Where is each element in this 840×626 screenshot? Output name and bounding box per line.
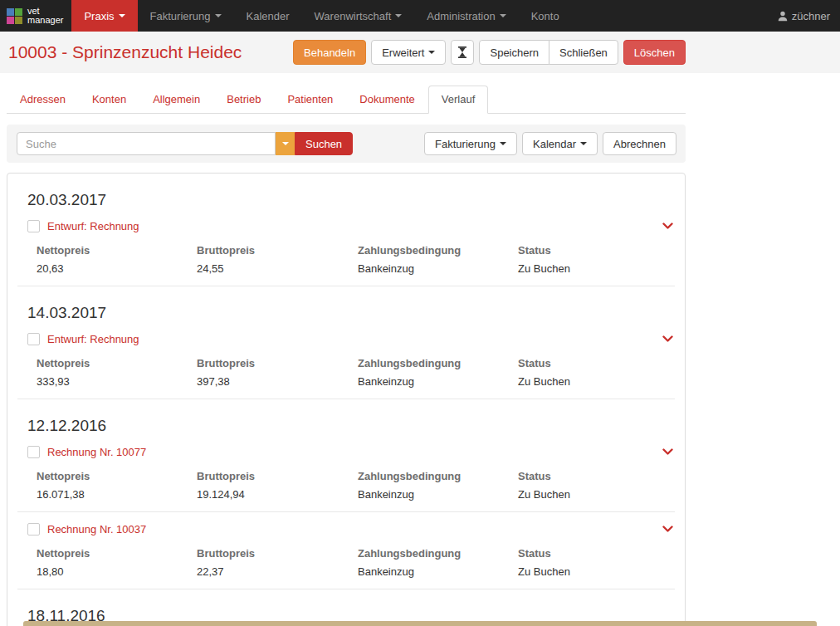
entry-expand-button[interactable] <box>662 335 673 343</box>
entry-expand-button[interactable] <box>662 448 673 456</box>
zahlung-label: Zahlungsbedingung <box>358 465 518 482</box>
netto-label: Nettopreis <box>37 465 197 482</box>
erweitert-dropdown-button[interactable]: Erweitert <box>371 40 446 65</box>
status-label: Status <box>518 239 673 257</box>
history-entry: Rechnung Nr. 10077 Nettopreis 16.071,38 … <box>17 435 675 512</box>
brutto-value: 19.124,94 <box>197 482 358 502</box>
menu-item-fakturierung[interactable]: Fakturierung <box>138 0 234 32</box>
zahlung-value: Bankeinzug <box>358 482 518 502</box>
main-menu: Praxis Fakturierung Kalender Warenwirtsc… <box>71 0 571 32</box>
group-entries: Entwurf: Rechnung Nettopreis 333,93 Brut… <box>7 322 685 399</box>
status-cell: Status Zu Buchen <box>518 465 673 502</box>
entry-checkbox[interactable] <box>27 446 40 458</box>
entry-details: Nettopreis 333,93 Bruttopreis 397,38 Zah… <box>17 349 675 399</box>
brutto-value: 24,55 <box>197 257 358 276</box>
kalendar-dropdown-button[interactable]: Kalendar <box>522 132 598 155</box>
entry-title[interactable]: Rechnung Nr. 10077 <box>47 446 146 458</box>
group-date: 18.11.2016 <box>7 589 685 625</box>
vetmanager-brand[interactable]: vet manager <box>0 0 71 32</box>
entry-title[interactable]: Rechnung Nr. 10037 <box>47 523 146 536</box>
entry-checkbox[interactable] <box>27 220 40 232</box>
brutto-cell: Bruttopreis 22,37 <box>197 542 358 580</box>
search-options-dropdown[interactable] <box>276 132 295 155</box>
tab-allgemein[interactable]: Allgemein <box>139 86 213 114</box>
username: züchner <box>792 10 830 22</box>
history-group: 14.03.2017 Entwurf: Rechnung Nettopreis … <box>7 286 685 399</box>
menu-item-warenwirtschaft[interactable]: Warenwirtschaft <box>302 0 415 32</box>
menu-item-label: Warenwirtschaft <box>315 10 392 22</box>
zahlung-cell: Zahlungsbedingung Bankeinzug <box>358 465 518 502</box>
vetmanager-logo-text: vet manager <box>27 7 63 25</box>
hourglass-icon <box>457 46 467 58</box>
behandeln-button[interactable]: Behandeln <box>293 40 366 65</box>
menu-item-administration[interactable]: Administration <box>414 0 518 32</box>
zahlung-cell: Zahlungsbedingung Bankeinzug <box>358 542 518 580</box>
entry-checkbox[interactable] <box>27 333 40 345</box>
group-entries: Entwurf: Rechnung Nettopreis 20,63 Brutt… <box>7 209 685 286</box>
tab-konten[interactable]: Konten <box>79 86 139 114</box>
entry-details: Nettopreis 16.071,38 Bruttopreis 19.124,… <box>17 462 675 511</box>
brutto-label: Bruttopreis <box>197 542 358 560</box>
tab-betrieb[interactable]: Betrieb <box>213 86 274 114</box>
fakturierung-label: Fakturierung <box>435 138 496 150</box>
chevron-down-icon <box>428 51 435 54</box>
status-value: Zu Buchen <box>518 482 673 502</box>
status-value: Zu Buchen <box>518 560 673 580</box>
chevron-down-icon <box>662 335 673 343</box>
netto-cell: Nettopreis 18,80 <box>37 542 197 580</box>
netto-label: Nettopreis <box>37 352 197 369</box>
save-close-group: Speichern Schließen <box>479 40 618 65</box>
tab-verlauf[interactable]: Verlauf <box>428 86 488 114</box>
brutto-cell: Bruttopreis 19.124,94 <box>197 465 358 502</box>
loeschen-button[interactable]: Löschen <box>623 40 686 65</box>
entry-checkbox[interactable] <box>27 523 40 536</box>
schliessen-button[interactable]: Schließen <box>549 40 618 65</box>
brutto-label: Bruttopreis <box>197 352 358 369</box>
zahlung-value: Bankeinzug <box>358 369 518 389</box>
chevron-down-icon <box>662 448 673 456</box>
zahlung-label: Zahlungsbedingung <box>358 542 518 560</box>
fakturierung-dropdown-button[interactable]: Fakturierung <box>424 132 517 155</box>
chevron-down-icon <box>580 142 587 145</box>
status-value: Zu Buchen <box>518 257 673 276</box>
menu-item-label: Kalender <box>247 10 290 22</box>
zahlung-value: Bankeinzug <box>358 257 518 276</box>
hourglass-button[interactable] <box>451 40 474 65</box>
history-entry: Entwurf: Rechnung Nettopreis 333,93 Brut… <box>17 322 675 399</box>
menu-item-praxis[interactable]: Praxis <box>71 0 137 32</box>
group-date: 12.12.2016 <box>7 399 685 435</box>
tab-dokumente[interactable]: Dokumente <box>346 86 427 114</box>
brutto-value: 22,37 <box>197 560 358 580</box>
netto-cell: Nettopreis 333,93 <box>37 352 197 389</box>
entry-expand-button[interactable] <box>662 526 673 533</box>
suchen-button[interactable]: Suchen <box>295 132 353 155</box>
zahlung-value: Bankeinzug <box>358 560 518 580</box>
menu-item-konto[interactable]: Konto <box>519 0 572 32</box>
status-cell: Status Zu Buchen <box>518 352 673 389</box>
entry-title[interactable]: Entwurf: Rechnung <box>47 220 139 232</box>
chevron-down-icon <box>282 142 289 145</box>
search-input[interactable] <box>17 132 276 155</box>
tab-adressen[interactable]: Adressen <box>7 86 79 114</box>
speichern-button[interactable]: Speichern <box>479 40 549 65</box>
entry-expand-button[interactable] <box>662 223 673 230</box>
netto-value: 20,63 <box>37 257 197 276</box>
netto-value: 333,93 <box>37 369 197 389</box>
tab-patienten[interactable]: Patienten <box>274 86 346 114</box>
brutto-value: 397,38 <box>197 369 358 389</box>
user-menu[interactable]: züchner <box>778 0 830 32</box>
status-label: Status <box>518 352 673 369</box>
history-entry: Rechnung Nr. 10037 Nettopreis 18,80 Brut… <box>17 512 675 589</box>
record-header: 10003 - Sprinzenzucht Heidec Behandeln E… <box>0 32 840 73</box>
menu-item-label: Fakturierung <box>150 10 211 22</box>
horizontal-scrollbar[interactable] <box>23 621 817 626</box>
menu-item-kalender[interactable]: Kalender <box>234 0 302 32</box>
menu-item-label: Administration <box>427 10 495 22</box>
zahlung-cell: Zahlungsbedingung Bankeinzug <box>358 352 518 389</box>
brutto-cell: Bruttopreis 24,55 <box>197 239 358 276</box>
abrechnen-button[interactable]: Abrechnen <box>603 132 676 155</box>
record-actions: Behandeln Erweitert Speichern Schließen … <box>293 40 686 65</box>
menu-item-label: Praxis <box>84 10 114 22</box>
brutto-label: Bruttopreis <box>197 465 358 482</box>
entry-title[interactable]: Entwurf: Rechnung <box>47 333 139 345</box>
